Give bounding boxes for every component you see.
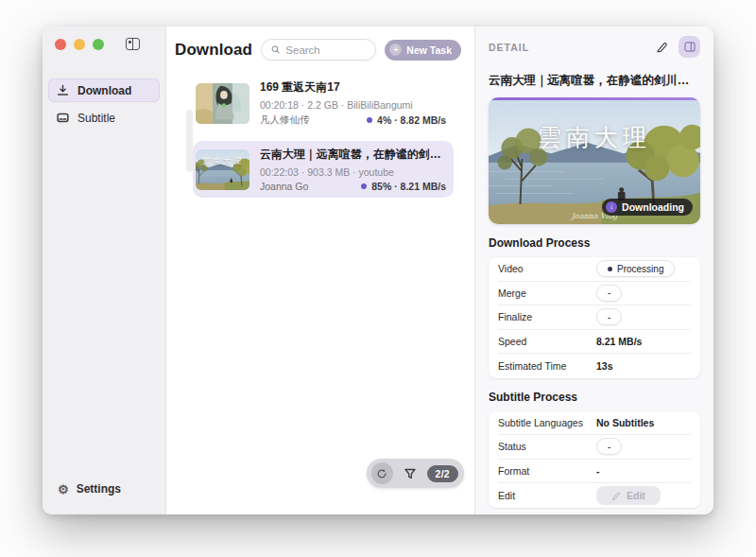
row-label: Estimated Time xyxy=(498,360,596,372)
downloading-dot-icon: ↓ xyxy=(606,201,617,213)
row-label: Format xyxy=(498,465,596,477)
panel-icon xyxy=(684,42,696,52)
thumbnail-overlay-title: 雲南大理 xyxy=(489,122,700,153)
search-icon xyxy=(271,44,280,55)
gear-icon: ⚙ xyxy=(58,483,69,496)
row-label: Subtitle Languages xyxy=(498,417,596,428)
search-field[interactable] xyxy=(261,39,376,61)
window-controls xyxy=(43,38,165,50)
pencil-icon xyxy=(611,491,621,500)
row-merge: Merge - xyxy=(498,282,691,306)
sidebar-item-download[interactable]: Download xyxy=(48,78,160,102)
rename-pen-button[interactable] xyxy=(654,39,670,55)
list-toolbar: 2/2 xyxy=(367,459,465,488)
refresh-button[interactable] xyxy=(371,462,393,484)
task-progress: 4% · 8.82 MB/s xyxy=(367,114,446,126)
task-row-2-selected[interactable]: 雲南大理 云南大理｜远离喧嚣，在静谧的剑川慢慢... 00:22:03 · 90… xyxy=(193,141,454,198)
detail-panel: DETAIL 云南大理｜远离喧嚣，在静谧的剑川慢慢逛｜千... 雲南大理 Joa… xyxy=(474,26,713,514)
edit-button-label: Edit xyxy=(627,490,645,501)
sidebar-item-label: Subtitle xyxy=(77,112,115,125)
row-estimated-time: Estimated Time 13s xyxy=(498,354,691,378)
task-meta: 00:20:18 · 2.2 GB · BiliBiliBangumi xyxy=(260,99,446,111)
task-title: 169 重返天南17 xyxy=(260,79,446,96)
badge-label: - xyxy=(608,312,610,322)
sidebar-item-settings[interactable]: ⚙ Settings xyxy=(58,482,121,496)
settings-label: Settings xyxy=(77,482,121,496)
section-title-subtitle-process: Subtitle Process xyxy=(489,391,700,404)
zoom-window-button[interactable] xyxy=(93,39,104,50)
row-value: - xyxy=(596,465,600,477)
row-label: Status xyxy=(498,441,596,452)
row-label: Video xyxy=(498,263,596,274)
section-title-download-process: Download Process xyxy=(489,236,700,250)
row-video: Video Processing xyxy=(498,257,691,282)
badge-label: - xyxy=(608,442,610,452)
sidebar: Download Subtitle ⚙ Settings xyxy=(43,26,166,514)
task-progress: 85% · 8.21 MB/s xyxy=(361,181,446,192)
task-author: 凡人修仙传 xyxy=(260,113,310,127)
downloading-label: Downloading xyxy=(622,201,684,213)
sidebar-item-label: Download xyxy=(77,84,131,97)
status-badge: - xyxy=(596,285,622,302)
new-task-button[interactable]: + New Task xyxy=(385,40,461,61)
detail-heading: DETAIL xyxy=(489,42,529,53)
detail-video-title: 云南大理｜远离喧嚣，在静谧的剑川慢慢逛｜千... xyxy=(489,73,700,89)
download-process-card: Video Processing Merge - Finalize - Spe xyxy=(489,257,700,378)
task-thumbnail xyxy=(196,83,249,124)
status-badge-processing: Processing xyxy=(596,260,675,277)
main-panel: Download + New Task 169 重返天南17 xyxy=(166,26,474,514)
list-scrollbar[interactable] xyxy=(186,110,193,172)
row-subtitle-languages: Subtitle Languages No Subtitles xyxy=(498,411,691,436)
progress-dot-icon xyxy=(361,183,367,189)
progress-text: 85% · 8.21 MB/s xyxy=(371,181,446,192)
task-body: 169 重返天南17 00:20:18 · 2.2 GB · BiliBiliB… xyxy=(260,79,446,127)
thumbnail-accent-bar xyxy=(489,97,700,100)
task-list: 169 重返天南17 00:20:18 · 2.2 GB · BiliBiliB… xyxy=(166,68,474,206)
thumbnail-overlay-text: 雲南大理 xyxy=(196,155,249,167)
detail-header: DETAIL xyxy=(489,36,700,58)
edit-subtitle-button[interactable]: Edit xyxy=(596,486,661,505)
filter-funnel-icon xyxy=(404,468,416,479)
refresh-icon xyxy=(376,468,387,479)
subtitle-icon xyxy=(57,112,69,124)
task-row-1[interactable]: 169 重返天南17 00:20:18 · 2.2 GB · BiliBiliB… xyxy=(193,74,454,132)
row-value: 8.21 MB/s xyxy=(596,336,642,347)
badge-label: Processing xyxy=(617,264,663,274)
progress-text: 4% · 8.82 MB/s xyxy=(377,114,446,126)
row-label: Merge xyxy=(498,287,596,299)
sidebar-item-subtitle[interactable]: Subtitle xyxy=(48,106,160,130)
status-badge: - xyxy=(596,308,622,325)
task-thumbnail: 雲南大理 xyxy=(196,149,249,190)
row-format: Format - xyxy=(498,460,691,484)
task-author: Joanna Go xyxy=(260,181,308,192)
row-subtitle-status: Status - xyxy=(498,435,691,460)
detail-thumbnail: 雲南大理 Joanna Vlog ↓ Downloading xyxy=(489,97,700,224)
badge-label: - xyxy=(608,287,610,298)
progress-dot-icon xyxy=(367,117,372,123)
new-task-label: New Task xyxy=(406,44,452,56)
close-window-button[interactable] xyxy=(55,39,66,50)
subtitle-process-card: Subtitle Languages No Subtitles Status -… xyxy=(489,411,700,508)
row-edit: Edit Edit xyxy=(498,483,691,508)
page-title: Download xyxy=(175,41,252,60)
sidebar-toggle-icon[interactable] xyxy=(126,38,140,50)
row-value: No Subtitles xyxy=(596,417,654,428)
status-badge: - xyxy=(596,438,622,455)
search-input[interactable] xyxy=(285,44,366,56)
task-meta: 00:22:03 · 903.3 MB · youtube xyxy=(260,166,446,178)
sidebar-nav: Download Subtitle xyxy=(43,78,165,130)
download-icon xyxy=(57,84,69,96)
badge-dot-icon xyxy=(608,267,612,271)
row-speed: Speed 8.21 MB/s xyxy=(498,330,691,355)
minimize-window-button[interactable] xyxy=(74,39,85,50)
filter-button[interactable] xyxy=(403,466,418,481)
task-title: 云南大理｜远离喧嚣，在静谧的剑川慢慢... xyxy=(260,147,446,163)
row-label: Edit xyxy=(498,490,596,501)
row-finalize: Finalize - xyxy=(498,305,691,330)
row-value: 13s xyxy=(596,360,613,372)
toggle-detail-panel-button[interactable] xyxy=(679,36,700,58)
plus-icon: + xyxy=(389,44,402,56)
task-body: 云南大理｜远离喧嚣，在静谧的剑川慢慢... 00:22:03 · 903.3 M… xyxy=(260,147,446,192)
downloading-status-badge: ↓ Downloading xyxy=(602,199,693,216)
pen-icon xyxy=(656,41,668,53)
